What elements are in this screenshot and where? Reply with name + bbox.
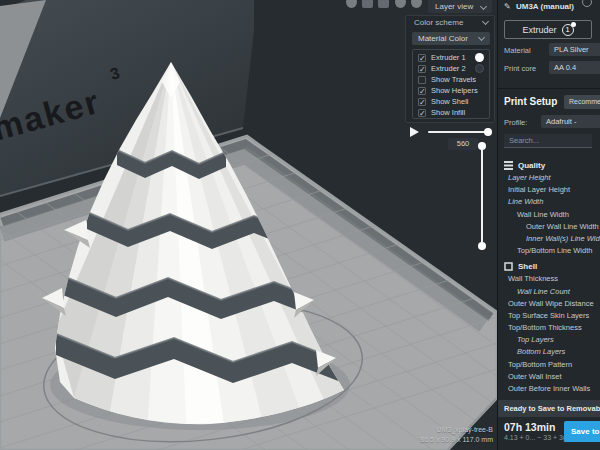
extruder-button[interactable]: Extruder 1	[504, 20, 592, 39]
animation-slider-handle[interactable]	[484, 128, 492, 136]
model-dimensions: 86.5 x 90.9 x 117.0 mm	[420, 435, 493, 445]
material-estimate: 4.13 + 0... ~ 33 + 3g	[504, 434, 567, 441]
chevron-down-icon	[478, 34, 485, 41]
view-options-panel: Color scheme Material Color ✓Extruder 1✓…	[405, 15, 495, 123]
color-scheme-dropdown[interactable]: Material Color	[412, 32, 490, 45]
view-option-show-travels[interactable]: Show Travels	[413, 74, 489, 85]
setting-wall-thickness[interactable]: Wall Thickness	[498, 273, 600, 285]
view-mode-label: Layer view	[435, 2, 473, 11]
setting-outer-wall-inset[interactable]: Outer Wall Inset	[498, 371, 600, 383]
material-swatch	[475, 64, 484, 73]
toolbar-icon-3[interactable]	[378, 0, 389, 8]
view-option-label: Show Shell	[431, 97, 469, 106]
view-option-label: Extruder 1	[431, 53, 466, 62]
save-button[interactable]: Save to	[564, 421, 600, 442]
material-label: Material	[504, 46, 531, 55]
chevron-down-icon	[482, 18, 489, 25]
category-title: Shell	[518, 262, 537, 271]
checkbox[interactable]	[418, 76, 426, 84]
toolbar-icon-2[interactable]	[362, 0, 373, 8]
settings-category-shell[interactable]: Shell	[498, 259, 600, 273]
checkbox[interactable]: ✓	[418, 65, 426, 73]
profile-label: Profile:	[504, 118, 527, 127]
divider	[498, 88, 600, 89]
printer-status-icon[interactable]	[582, 0, 592, 7]
view-option-show-infill[interactable]: ✓Show Infill	[413, 107, 489, 118]
animation-slider-track[interactable]	[428, 131, 488, 133]
checkbox[interactable]: ✓	[418, 109, 426, 117]
view-option-label: Show Infill	[431, 108, 465, 117]
setting-outer-wall-line-width[interactable]: Outer Wall Line Width	[498, 221, 600, 233]
material-select[interactable]: PLA Silver	[549, 43, 600, 56]
view-option-label: Extruder 2	[431, 64, 466, 73]
chevron-down-icon	[480, 3, 487, 10]
view-options-list: ✓Extruder 1✓Extruder 2Show Travels✓Show …	[412, 49, 490, 119]
printcore-label: Print core	[504, 64, 536, 73]
setting-bottom-layers[interactable]: Bottom Layers	[498, 346, 600, 358]
profile-select[interactable]: Adafruit -	[541, 115, 600, 128]
color-scheme-header[interactable]: Color scheme	[406, 16, 494, 30]
setting-top-bottom-line-width[interactable]: Top/Bottom Line Width	[498, 245, 600, 257]
layer-slider-bottom-handle[interactable]	[478, 242, 486, 250]
search-input[interactable]: Search...	[504, 134, 592, 148]
material-color-dot	[571, 22, 576, 27]
setting-inner-wall-s-line-width[interactable]: Inner Wall(s) Line Width	[498, 233, 600, 245]
printcore-select[interactable]: AA 0.4	[549, 61, 600, 74]
view-option-show-shell[interactable]: ✓Show Shell	[413, 96, 489, 107]
layer-slider-track[interactable]	[481, 146, 483, 246]
print-time-estimate: 07h 13min	[504, 421, 555, 433]
model-info: UM3_xplay-tree-B 86.5 x 90.9 x 117.0 mm	[420, 425, 493, 445]
view-option-show-helpers[interactable]: ✓Show Helpers	[413, 85, 489, 96]
setting-wall-line-width[interactable]: Wall Line Width	[498, 209, 600, 221]
checkbox[interactable]: ✓	[418, 98, 426, 106]
application-window: maker 3	[0, 0, 600, 450]
setting-initial-layer-height[interactable]: Initial Layer Height	[498, 184, 600, 196]
settings-category-quality[interactable]: Quality	[498, 158, 600, 172]
play-button[interactable]	[410, 127, 419, 137]
view-option-label: Show Travels	[431, 75, 476, 84]
setting-top-bottom-thickness[interactable]: Top/Bottom Thickness	[498, 322, 600, 334]
view-mode-select[interactable]: Layer view	[428, 0, 492, 13]
setup-mode-button[interactable]: Recommended	[564, 95, 600, 109]
pencil-icon: ✎	[504, 2, 511, 11]
view-option-extruder-1[interactable]: ✓Extruder 1	[413, 52, 489, 63]
status-message: Ready to Save to Removable Drive	[498, 400, 600, 417]
printer-name: ✎ UM3A (manual)	[504, 2, 574, 11]
3d-viewport[interactable]: maker 3	[0, 0, 497, 450]
checkbox[interactable]: ✓	[418, 54, 426, 62]
layer-slider-top-handle[interactable]	[478, 142, 486, 150]
setting-wall-line-count[interactable]: Wall Line Count	[498, 286, 600, 298]
material-swatch	[475, 53, 484, 62]
category-title: Quality	[518, 161, 545, 170]
current-layer-label: 560	[448, 138, 478, 150]
setting-top-layers[interactable]: Top Layers	[498, 334, 600, 346]
setting-top-surface-skin-layers[interactable]: Top Surface Skin Layers	[498, 310, 600, 322]
setting-layer-height[interactable]: Layer Height	[498, 172, 600, 184]
setting-outer-before-inner-walls[interactable]: Outer Before Inner Walls	[498, 383, 600, 395]
view-option-extruder-2[interactable]: ✓Extruder 2	[413, 63, 489, 74]
settings-list: QualityLayer HeightInitial Layer HeightL…	[498, 156, 600, 395]
view-option-label: Show Helpers	[431, 86, 478, 95]
model-name: UM3_xplay-tree-B	[420, 425, 493, 435]
setting-line-width[interactable]: Line Width	[498, 196, 600, 208]
setting-top-bottom-pattern[interactable]: Top/Bottom Pattern	[498, 359, 600, 371]
setting-outer-wall-wipe-distance[interactable]: Outer Wall Wipe Distance	[498, 298, 600, 310]
print-setup-title: Print Setup	[504, 96, 557, 107]
checkbox[interactable]: ✓	[418, 87, 426, 95]
extruder-number-badge: 1	[562, 24, 574, 36]
sidebar: ✎ UM3A (manual) Extruder 1 Material PLA …	[497, 0, 600, 450]
